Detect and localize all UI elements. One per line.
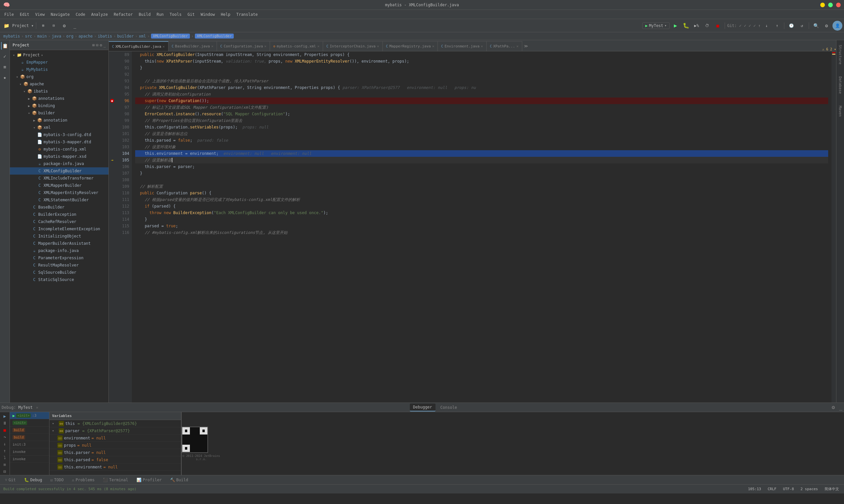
tab-close-interceptorchain[interactable]: ✕ — [377, 44, 379, 49]
tree-item-basebuilder[interactable]: C BaseBuilder — [10, 203, 108, 211]
breadcrumb-org[interactable]: org — [66, 34, 73, 38]
run-button[interactable]: ▶ — [671, 21, 680, 30]
tree-item-parameterexpression[interactable]: C ParameterExpression — [10, 254, 108, 262]
debug-pause-button[interactable]: ⏸ — [1, 421, 8, 426]
var-item-this[interactable]: ▾ oo this = {XMLConfigBuilder@2576} — [49, 420, 181, 427]
sidebar-icon-project[interactable]: 📋 — [1, 42, 9, 50]
tab-close-mapperregistry[interactable]: ✕ — [432, 44, 434, 49]
maximize-button[interactable] — [828, 3, 833, 7]
menu-git[interactable]: Git — [185, 12, 197, 17]
toolbar-settings-button[interactable]: ⚙ — [60, 21, 69, 30]
tab-mapperregistry[interactable]: C MapperRegistry.java ✕ — [383, 41, 438, 51]
var-item-parser[interactable]: ▾ oo parser = {XPathParser@2577} — [49, 427, 181, 434]
sidebar-icon-structure[interactable]: ≡ — [1, 63, 9, 71]
tab-overflow-button[interactable]: ≫ — [522, 41, 530, 51]
tree-item-initializingobject[interactable]: C InitializingObject — [10, 233, 108, 240]
database-tab-vertical[interactable]: Database — [838, 75, 843, 95]
breadcrumb-apache[interactable]: apache — [79, 34, 93, 38]
frame-item-init-active[interactable]: ▶ <init> :3 — [10, 412, 49, 419]
project-toggle-button[interactable]: 📁 — [2, 21, 11, 30]
debug-run-to-cursor-button[interactable]: ⤵ — [1, 455, 8, 460]
tab-close-mybatis-config[interactable]: ✕ — [317, 44, 320, 49]
tab-close-configuration[interactable]: ✕ — [264, 44, 267, 49]
menu-refactor[interactable]: Refactor — [111, 12, 136, 17]
indent-setting[interactable]: 2 spaces — [799, 486, 820, 492]
debug-button[interactable]: 🐛 — [682, 21, 691, 30]
tree-item-org[interactable]: ▾ 📦 org — [10, 73, 108, 80]
tree-item-xmlmapperbuilder[interactable]: C XMLMapperBuilder — [10, 182, 108, 189]
var-item-this-parsed[interactable]: ○○ this.parsed = false — [49, 456, 181, 464]
git-update-button[interactable]: ↓ — [762, 21, 771, 30]
bottom-tab-todo[interactable]: ☑ TODO — [47, 476, 67, 484]
tree-item-resultmapresolver[interactable]: C ResultMapResolver — [10, 262, 108, 269]
tab-configuration[interactable]: C Configuration.java ✕ — [217, 41, 270, 51]
stop-button[interactable]: ■ — [713, 21, 722, 30]
var-item-environment[interactable]: ○○ environment = null — [49, 434, 181, 442]
breadcrumb-src[interactable]: src — [25, 34, 32, 38]
tree-item-sqlsourcebuilder[interactable]: C SqlSourceBuilder — [10, 269, 108, 276]
debug-step-into-button[interactable]: ↓ — [1, 442, 8, 446]
breadcrumb-xmlconfigbuilder-method[interactable]: XMLConfigBuilder — [195, 34, 234, 38]
tree-item-apache[interactable]: ▾ 📦 apache — [10, 80, 108, 88]
menu-help[interactable]: Help — [218, 12, 233, 17]
tab-interceptorchain[interactable]: C InterceptorChain.java ✕ — [323, 41, 383, 51]
minimize-button[interactable] — [820, 3, 825, 7]
tab-xmlconfigbuilder[interactable]: C XMLConfigBuilder.java ✕ — [109, 41, 169, 51]
tab-basebuilder[interactable]: C BaseBuilder.java ✕ — [169, 41, 217, 51]
sidebar-icon-favorites[interactable]: ★ — [1, 73, 9, 82]
toolbar-undo-button[interactable]: ↺ — [797, 21, 806, 30]
breadcrumb-builder[interactable]: builder — [117, 34, 134, 38]
tab-environment[interactable]: C Environment.java ✕ — [438, 41, 487, 51]
tree-item-binding[interactable]: ▶ 📦 binding — [10, 102, 108, 109]
bottom-tab-debug[interactable]: 🐛 Debug — [21, 476, 46, 484]
var-item-this-environment[interactable]: ○○ this.environment = null — [49, 464, 181, 471]
panel-settings-button[interactable]: ⚙ — [100, 43, 102, 48]
tree-item-project[interactable]: ▾ 📁 Project ▾ — [10, 51, 108, 59]
menu-build[interactable]: Build — [136, 12, 153, 17]
breadcrumb-main[interactable]: main — [37, 34, 47, 38]
code-content[interactable]: public XMLConfigBuilder(InputStream inpu… — [132, 51, 831, 402]
tree-item-empmapper[interactable]: ☕ EmpMapper — [10, 59, 108, 66]
sidebar-icon-commit[interactable]: ✓ — [1, 52, 9, 60]
tree-item-annotation[interactable]: ▶ 📦 annotation — [10, 116, 108, 124]
breadcrumb-ibatis[interactable]: ibatis — [98, 34, 112, 38]
tab-mybatis-config[interactable]: ⚙ mybatis-config.xml ✕ — [270, 41, 323, 51]
line-ending[interactable]: CRLF — [766, 486, 778, 492]
run-with-coverage-button[interactable]: ▶% — [692, 21, 701, 30]
tab-close-xmlconfigbuilder[interactable]: ✕ — [162, 44, 165, 49]
debug-stop-button[interactable]: ■ — [1, 428, 8, 433]
toolbar-collapse-all-button[interactable]: ⊟ — [49, 21, 58, 30]
menu-run[interactable]: Run — [154, 12, 167, 17]
profile-button[interactable]: ⏱ — [703, 21, 712, 30]
tree-item-xmlconfigbuilder[interactable]: C XMLConfigBuilder — [10, 167, 108, 175]
breadcrumb-xml[interactable]: xml — [139, 34, 146, 38]
close-button[interactable] — [836, 3, 841, 7]
frame-item-build-2[interactable]: build — [10, 434, 49, 441]
tree-item-xml[interactable]: ▾ 📦 xml — [10, 124, 108, 131]
bottom-tab-problems[interactable]: ⚠ Problems — [69, 476, 98, 484]
gutter-96[interactable]: ● — [109, 97, 115, 104]
debug-settings-button[interactable]: ⚙ — [832, 404, 835, 411]
menu-view[interactable]: View — [33, 12, 48, 17]
frame-item-init-3[interactable]: init:3 — [10, 441, 49, 448]
debug-tab-console[interactable]: Console — [437, 403, 461, 411]
structure-tab-vertical[interactable]: Structure — [838, 43, 843, 66]
debug-tab-debugger[interactable]: Debugger — [410, 403, 435, 411]
tree-item-annotations[interactable]: ▶ 📦 annotations — [10, 95, 108, 102]
tree-item-mybatis-mapper-dtd[interactable]: 📄 mybatis-3-mapper.dtd — [10, 138, 108, 146]
menu-window[interactable]: Window — [198, 12, 217, 17]
menu-file[interactable]: File — [2, 12, 16, 17]
tree-item-package-info[interactable]: ☕ package-info.java — [10, 160, 108, 167]
debug-close-button[interactable]: _ — [839, 404, 842, 411]
tree-item-staticsqlsource[interactable]: C StaticSqlSource — [10, 276, 108, 283]
tree-item-mymybatis[interactable]: ☕ MyMybatis — [10, 66, 108, 73]
language-setting[interactable]: 简体中文 — [823, 486, 841, 492]
debug-evaluate-button[interactable]: ≡ — [1, 462, 8, 467]
breakpoint-marker-96[interactable]: ● — [110, 99, 114, 103]
panel-hide-button[interactable]: _ — [104, 43, 106, 48]
tree-item-xmlstatementbuilder[interactable]: C XMLStatementBuilder — [10, 196, 108, 203]
frame-item-init-2[interactable]: <init> — [10, 419, 49, 427]
tree-item-ibatis[interactable]: ▾ 📦 ibatis — [10, 88, 108, 95]
tree-item-xmlmapperentityresolver[interactable]: C XMLMapperEntityResolver — [10, 189, 108, 196]
debug-filter-button[interactable]: ⊟ — [1, 469, 8, 474]
